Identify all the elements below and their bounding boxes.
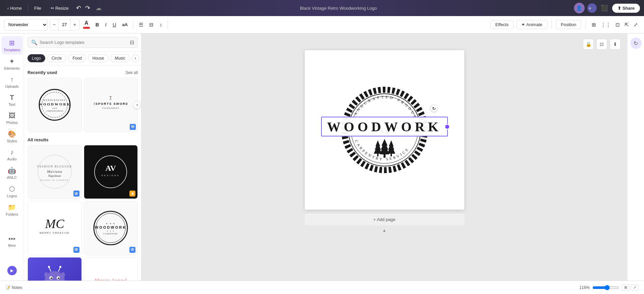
logo-canvas[interactable]: HANDCRAFTED PRODUCT ESTD 2021 — [305, 50, 464, 210]
recently-used-esports[interactable]: ⚔ 🦅 ESPORTS SWORD TOURNAMENT W — [84, 78, 138, 132]
sidebar-item-uploads[interactable]: ↑ Uploads — [1, 73, 23, 91]
align-icon-2[interactable]: ⋮⋮ — [599, 19, 613, 30]
copy-icon-button[interactable]: ⊡ — [596, 39, 607, 50]
woodwork2-svg: ✦ ✦ ✦ WOODWORK ✦ ✦ ✦ CARPENTRY — [92, 210, 129, 246]
maria-preview: Maria Agnad CREATIVE ENTREPRENEUR — [84, 258, 138, 281]
effects-button[interactable]: Effects — [490, 20, 514, 29]
sidebar-item-live[interactable]: ▶ — [1, 263, 23, 278]
document-title: Black Vintage Retro Woodworking Logo — [300, 6, 377, 11]
sidebar-item-photos-label: Photos — [6, 121, 17, 125]
notes-icon: 📝 — [5, 285, 10, 290]
view-buttons: ⊞ ⤢ — [622, 284, 639, 291]
underline-button[interactable]: U — [111, 19, 118, 30]
sidebar-item-styles[interactable]: 🎨 Styles — [1, 127, 23, 146]
add-collaborator-button[interactable]: + — [587, 3, 597, 13]
separator-4 — [585, 21, 586, 29]
case-button[interactable]: aA — [120, 21, 130, 28]
align-icon-3[interactable]: ⊡ — [613, 19, 622, 30]
more-icon: ••• — [8, 235, 15, 243]
animate-label: Animate — [526, 22, 542, 27]
position-button[interactable]: Position — [556, 20, 581, 29]
sidebar-item-text[interactable]: T Text — [1, 91, 23, 109]
topbar-center: Black Vintage Retro Woodworking Logo — [106, 6, 571, 11]
add-page-button[interactable]: + Add page — [305, 214, 464, 225]
share-button[interactable]: ⬆ Share — [612, 4, 640, 13]
right-sidebar-refresh-button[interactable]: ↻ — [630, 38, 642, 49]
svg-point-31 — [50, 278, 52, 279]
text-color-button[interactable]: A — [81, 19, 92, 30]
notes-button[interactable]: 📝 Notes — [5, 285, 22, 290]
woodwork2-preview: ✦ ✦ ✦ WOODWORK ✦ ✦ ✦ CARPENTRY — [84, 201, 138, 255]
font-size-decrease-button[interactable]: − — [50, 19, 58, 30]
template-merry-creative[interactable]: MC MERRY CREATIVE W — [27, 201, 82, 255]
template-maria-agnad[interactable]: Maria Agnad CREATIVE ENTREPRENEUR — [84, 257, 138, 281]
separator — [133, 21, 133, 29]
search-input[interactable] — [40, 40, 128, 45]
italic-button[interactable]: I — [103, 19, 109, 30]
share-label: Share — [623, 6, 635, 11]
see-all-link[interactable]: See all — [125, 70, 138, 75]
sidebar-item-photos[interactable]: 🖼 Photos — [1, 109, 23, 127]
recently-used-woodwork[interactable]: HANDCRAFTED WOODWORK ✦✦✦ CARPENTRY SERVI… — [27, 78, 82, 132]
resize-label: Resize — [55, 6, 69, 11]
file-button[interactable]: File — [31, 4, 45, 12]
tag-house[interactable]: House — [88, 54, 109, 62]
format-bar: Norwester − + A B I U aA ☰ ⊟ ↕ Effects ✦… — [0, 16, 644, 33]
template-av-designs[interactable]: AV DESIGNS ♛ — [84, 145, 138, 199]
tag-more-button[interactable]: › — [132, 54, 139, 62]
template-hippo-ware[interactable]: Hippo Ware Technology Roster — [27, 257, 82, 281]
resize-button[interactable]: ⇔ Resize — [47, 4, 72, 12]
align-icon-4[interactable]: ⇱ — [623, 19, 631, 30]
align-left-button[interactable]: ☰ — [137, 19, 145, 30]
tag-circle[interactable]: Circle — [47, 54, 66, 62]
home-label: Home — [10, 6, 22, 11]
present-button[interactable]: ⬛ — [599, 3, 609, 13]
home-button[interactable]: ‹ Home — [4, 4, 25, 12]
selection-handle-right[interactable] — [445, 124, 450, 129]
sidebar-item-anlc[interactable]: 🤖 ANLC — [1, 164, 23, 182]
svg-text:Napolitani: Napolitani — [48, 174, 61, 177]
grid-view-button[interactable]: ⊞ — [622, 284, 630, 291]
formatbar-right: Effects ✦ Animate Position ⊞ ⋮⋮ ⊡ ⇱ ⤢ — [490, 19, 640, 30]
svg-line-38 — [49, 267, 51, 272]
lock-icon-button[interactable]: 🔒 — [583, 39, 594, 50]
av-svg: AV DESIGNS — [92, 153, 129, 190]
tag-logo[interactable]: Logo — [27, 54, 45, 62]
font-size-input[interactable] — [58, 19, 70, 30]
templates-icon: ⊞ — [9, 39, 15, 47]
sidebar-item-elements[interactable]: ✦ Elements — [1, 55, 23, 73]
carousel-next-button[interactable]: › — [133, 101, 141, 109]
redo-button[interactable]: ↷ — [84, 3, 92, 13]
align-icon-1[interactable]: ⊞ — [590, 19, 598, 30]
hide-pages-button[interactable]: ▲ — [383, 228, 387, 233]
rotate-handle[interactable]: ↻ — [430, 105, 438, 112]
svg-rect-64 — [384, 154, 386, 158]
template-mariana[interactable]: FASHION BLOGGER Mariana Napolitani BASED… — [27, 145, 82, 199]
svg-text:BASED IN LONDON: BASED IN LONDON — [41, 179, 69, 181]
woodwork-text-selected[interactable]: WOODWORK ↻ — [321, 117, 448, 137]
font-family-select[interactable]: Norwester — [4, 19, 48, 30]
align-icon-5[interactable]: ⤢ — [632, 19, 640, 30]
tags-row: Logo Circle Food House Music › — [24, 52, 141, 65]
sidebar-item-audio[interactable]: ♪ Audio — [1, 146, 23, 164]
filter-button[interactable]: ⊟ — [130, 39, 134, 46]
cloud-save-button[interactable]: ☁ — [94, 3, 103, 13]
tag-music[interactable]: Music — [110, 54, 129, 62]
zoom-slider[interactable] — [592, 285, 619, 290]
expand-view-button[interactable]: ⤢ — [631, 284, 639, 291]
sidebar-item-logos[interactable]: ⬡ Logos — [1, 182, 23, 201]
sidebar-item-more[interactable]: ••• More — [1, 232, 23, 250]
bold-button[interactable]: B — [94, 19, 101, 30]
animate-button[interactable]: ✦ Animate — [516, 20, 547, 29]
align-justify-button[interactable]: ⊟ — [147, 19, 156, 30]
font-size-increase-button[interactable]: + — [70, 19, 79, 30]
sidebar-item-folders[interactable]: 📁 Folders — [1, 201, 23, 219]
undo-button[interactable]: ↶ — [75, 3, 82, 13]
tag-food[interactable]: Food — [68, 54, 86, 62]
user-avatar[interactable]: 👤 — [574, 3, 585, 13]
download-icon-button[interactable]: ⬇ — [610, 39, 621, 50]
template-badge-woodwork2: W — [129, 247, 135, 253]
sidebar-item-templates[interactable]: ⊞ Templates — [1, 36, 23, 55]
line-spacing-button[interactable]: ↕ — [158, 19, 164, 30]
template-woodwork2[interactable]: ✦ ✦ ✦ WOODWORK ✦ ✦ ✦ CARPENTRY W — [84, 201, 138, 255]
